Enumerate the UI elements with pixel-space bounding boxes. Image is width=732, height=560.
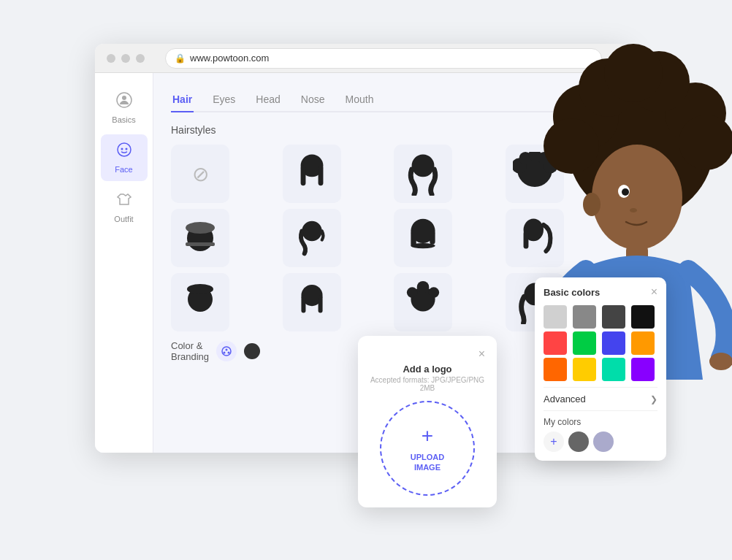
svg-point-26 bbox=[187, 284, 213, 294]
svg-point-38 bbox=[228, 352, 230, 354]
face-icon bbox=[116, 142, 132, 162]
svg-point-8 bbox=[412, 154, 435, 177]
section-title: Hairstyles bbox=[171, 124, 611, 136]
swatch-7[interactable] bbox=[631, 331, 655, 355]
upload-popup: × Add a logo Accepted formats: JPG/JPEG/… bbox=[358, 336, 497, 507]
my-color-2[interactable] bbox=[593, 431, 614, 452]
svg-point-22 bbox=[411, 243, 435, 248]
hair-item-3[interactable] bbox=[506, 145, 564, 203]
no-hair-icon: ⊘ bbox=[192, 162, 209, 186]
popup-close-button[interactable]: × bbox=[651, 286, 657, 298]
svg-rect-29 bbox=[318, 296, 322, 313]
upload-close-button[interactable]: × bbox=[479, 348, 485, 361]
upload-title: Add a logo bbox=[370, 364, 485, 375]
tab-head[interactable]: Head bbox=[254, 88, 281, 111]
svg-point-4 bbox=[125, 148, 127, 150]
popup-header: Basic colors × bbox=[544, 286, 657, 298]
svg-point-3 bbox=[121, 148, 123, 150]
sidebar: Basics Face bbox=[95, 73, 153, 453]
swatch-8[interactable] bbox=[544, 358, 567, 381]
swatch-5[interactable] bbox=[573, 331, 596, 355]
svg-point-36 bbox=[226, 349, 228, 351]
hair-item-1[interactable] bbox=[283, 145, 341, 203]
hair-item-10[interactable] bbox=[394, 273, 452, 331]
sidebar-item-outfit[interactable]: Outfit bbox=[101, 184, 148, 231]
swatch-9[interactable] bbox=[573, 358, 596, 381]
color-swatches-grid bbox=[544, 305, 657, 381]
browser-dot-3 bbox=[136, 54, 145, 63]
swatch-2[interactable] bbox=[602, 305, 625, 329]
upload-subtitle: Accepted formats: JPG/JPEG/PNG 2MB bbox=[370, 376, 485, 392]
svg-rect-52 bbox=[626, 245, 648, 266]
svg-point-32 bbox=[428, 287, 439, 298]
add-color-button[interactable]: + bbox=[544, 431, 564, 452]
tab-mouth[interactable]: Mouth bbox=[344, 88, 375, 111]
svg-rect-28 bbox=[301, 296, 305, 313]
sidebar-outfit-label: Outfit bbox=[114, 215, 133, 223]
browser-dot-2 bbox=[121, 54, 130, 63]
sidebar-face-label: Face bbox=[115, 165, 132, 174]
tab-eyes[interactable]: Eyes bbox=[211, 88, 237, 111]
my-colors-section: My colors + bbox=[544, 411, 657, 452]
swatch-0[interactable] bbox=[544, 305, 567, 329]
browser-dot-1 bbox=[107, 54, 115, 63]
hair-item-9[interactable] bbox=[283, 273, 341, 331]
outfit-icon bbox=[116, 191, 132, 212]
basic-colors-popup: Basic colors × Advanced ❯ My colors + bbox=[535, 277, 666, 461]
basics-icon bbox=[116, 92, 132, 112]
chevron-down-icon: ❯ bbox=[650, 394, 657, 404]
svg-point-1 bbox=[122, 96, 126, 100]
hair-item-7[interactable] bbox=[506, 209, 564, 267]
swatch-1[interactable] bbox=[573, 305, 596, 329]
svg-point-54 bbox=[709, 353, 732, 370]
tab-hair[interactable]: Hair bbox=[171, 88, 194, 111]
hair-item-5[interactable] bbox=[283, 209, 341, 267]
advanced-row[interactable]: Advanced ❯ bbox=[544, 387, 657, 411]
my-colors-title: My colors bbox=[544, 417, 657, 427]
svg-point-2 bbox=[118, 143, 131, 156]
browser-titlebar: 🔒 www.powtoon.com bbox=[95, 44, 628, 73]
svg-rect-21 bbox=[430, 231, 435, 244]
upload-area[interactable]: + UPLOADIMAGE bbox=[380, 401, 475, 496]
my-colors-row: + bbox=[544, 431, 657, 452]
svg-point-31 bbox=[407, 287, 418, 298]
sidebar-item-basics[interactable]: Basics bbox=[101, 85, 148, 131]
svg-rect-17 bbox=[186, 242, 215, 246]
tabs-bar: Hair Eyes Head Nose Mouth bbox=[171, 88, 611, 112]
svg-point-18 bbox=[302, 221, 321, 241]
sidebar-basics-label: Basics bbox=[112, 115, 135, 124]
svg-point-35 bbox=[222, 347, 231, 356]
advanced-label: Advanced bbox=[544, 394, 586, 404]
upload-popup-header: × bbox=[370, 348, 485, 361]
color-branding-icon[interactable] bbox=[216, 341, 237, 361]
swatch-6[interactable] bbox=[602, 331, 625, 355]
swatch-3[interactable] bbox=[631, 305, 655, 329]
swatch-10[interactable] bbox=[602, 358, 625, 381]
svg-point-43 bbox=[628, 51, 690, 112]
hair-item-8[interactable] bbox=[171, 273, 229, 331]
swatch-4[interactable] bbox=[544, 331, 567, 355]
hair-item-4[interactable] bbox=[171, 209, 229, 267]
color-dot[interactable] bbox=[244, 343, 260, 359]
tab-nose[interactable]: Nose bbox=[300, 88, 327, 111]
svg-rect-7 bbox=[318, 166, 323, 185]
my-color-1[interactable] bbox=[568, 431, 589, 452]
popup-title: Basic colors bbox=[544, 287, 600, 298]
hair-item-6[interactable] bbox=[394, 209, 452, 267]
hair-item-none[interactable]: ⊘ bbox=[171, 145, 229, 203]
sidebar-item-face[interactable]: Face bbox=[101, 134, 148, 181]
browser-url: www.powtoon.com bbox=[190, 53, 269, 64]
hair-item-2[interactable] bbox=[394, 145, 452, 203]
svg-point-33 bbox=[417, 281, 430, 294]
svg-point-51 bbox=[630, 208, 637, 212]
upload-plus-icon: + bbox=[422, 424, 433, 448]
upload-label: UPLOADIMAGE bbox=[411, 452, 444, 473]
svg-rect-6 bbox=[300, 166, 305, 185]
svg-rect-24 bbox=[523, 231, 528, 249]
color-branding-label: Color &Branding bbox=[171, 340, 209, 362]
svg-point-46 bbox=[679, 115, 732, 170]
browser-addressbar: 🔒 www.powtoon.com bbox=[165, 48, 602, 69]
swatch-11[interactable] bbox=[631, 358, 655, 381]
svg-point-16 bbox=[186, 222, 215, 234]
svg-point-41 bbox=[665, 83, 726, 144]
